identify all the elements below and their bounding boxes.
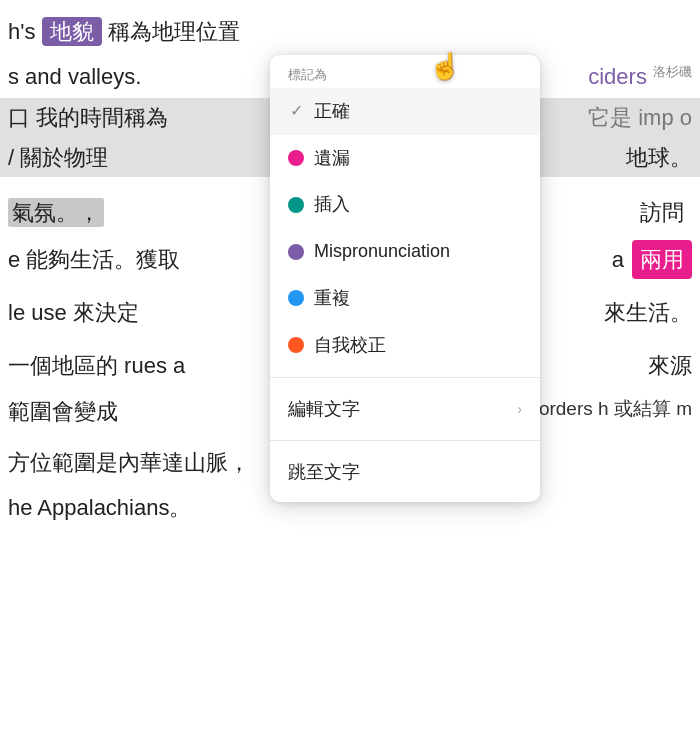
highlight-geography: 地貌 xyxy=(42,17,102,46)
menu-item-mispronunciation-label: Mispronunciation xyxy=(314,237,522,266)
chevron-right-icon: › xyxy=(517,398,522,420)
text-my-time: 口 我的時間稱為 xyxy=(8,100,168,135)
menu-item-jump-to-text[interactable]: 跳至文字 xyxy=(270,449,540,496)
text-live2: 來生活。 xyxy=(604,295,692,330)
cursor-area: ☝️ xyxy=(420,42,470,92)
pointer-cursor-icon: ☝️ xyxy=(429,46,461,88)
text-a: a xyxy=(612,242,624,277)
menu-item-self-correct[interactable]: 自我校正 xyxy=(270,322,540,369)
dot-pink-icon xyxy=(288,150,304,166)
menu-section-actions: 編輯文字 › xyxy=(270,380,540,439)
text-decide: le use 來決定 xyxy=(8,295,139,330)
dot-teal-icon xyxy=(288,197,304,213)
menu-item-edit-text[interactable]: 編輯文字 › xyxy=(270,386,540,433)
menu-item-insert[interactable]: 插入 xyxy=(270,181,540,228)
text-called: 稱為地理位置 xyxy=(108,19,240,44)
text-earth: 地球。 xyxy=(626,140,692,175)
page-content: h's 地貌 稱為地理位置 s and valleys. ciders 洛杉磯 … xyxy=(0,0,700,740)
context-menu: 標記為 ✓ 正確 遺漏 插入 Mispronunciation xyxy=(270,55,540,502)
menu-item-missing-label: 遺漏 xyxy=(314,144,522,173)
text-nevada: 方位範圍是內華達山脈， xyxy=(8,450,250,475)
menu-item-mispronunciation[interactable]: Mispronunciation xyxy=(270,228,540,275)
menu-divider-2 xyxy=(270,440,540,441)
highlight-dual: 兩用 xyxy=(632,240,692,279)
menu-item-self-correct-label: 自我校正 xyxy=(314,331,522,360)
menu-item-duplicate[interactable]: 重複 xyxy=(270,275,540,322)
text-visit: 訪問 xyxy=(640,195,692,230)
menu-item-insert-label: 插入 xyxy=(314,190,522,219)
text-source: 來源 xyxy=(648,348,692,383)
dot-blue-icon xyxy=(288,290,304,306)
menu-section-mark-as: 標記為 ✓ 正確 遺漏 插入 Mispronunciation xyxy=(270,55,540,375)
dot-orange-icon xyxy=(288,337,304,353)
text-imp: 它是 imp o xyxy=(588,100,692,135)
menu-item-correct[interactable]: ✓ 正確 xyxy=(270,88,540,135)
menu-divider-1 xyxy=(270,377,540,378)
text-appalachians: he Appalachians。 xyxy=(8,495,191,520)
text-city: 洛杉磯 xyxy=(653,64,692,79)
menu-item-duplicate-label: 重複 xyxy=(314,284,522,313)
text-live: e 能夠生活。獲取 xyxy=(8,242,180,277)
text-valleys: s and valleys. xyxy=(8,59,141,94)
menu-item-missing[interactable]: 遺漏 xyxy=(270,135,540,182)
text-physics: / 關於物理 xyxy=(8,140,108,175)
menu-section-jump: 跳至文字 xyxy=(270,443,540,502)
menu-section-label: 標記為 xyxy=(270,61,540,88)
checkmark-icon: ✓ xyxy=(288,103,304,119)
text-range-change: 範圍會變成 xyxy=(8,394,118,429)
highlight-atmosphere: 氣氛。， xyxy=(8,198,104,227)
text-hs: h's xyxy=(8,19,42,44)
text-region-rues: 一個地區的 rues a xyxy=(8,348,185,383)
menu-item-correct-label: 正確 xyxy=(314,97,522,126)
menu-item-jump-label: 跳至文字 xyxy=(288,458,522,487)
dot-purple-icon xyxy=(288,244,304,260)
menu-item-edit-label: 編輯文字 xyxy=(288,395,507,424)
text-line-1: h's 地貌 稱為地理位置 xyxy=(0,10,700,53)
text-ciders: ciders 洛杉磯 xyxy=(588,59,692,94)
